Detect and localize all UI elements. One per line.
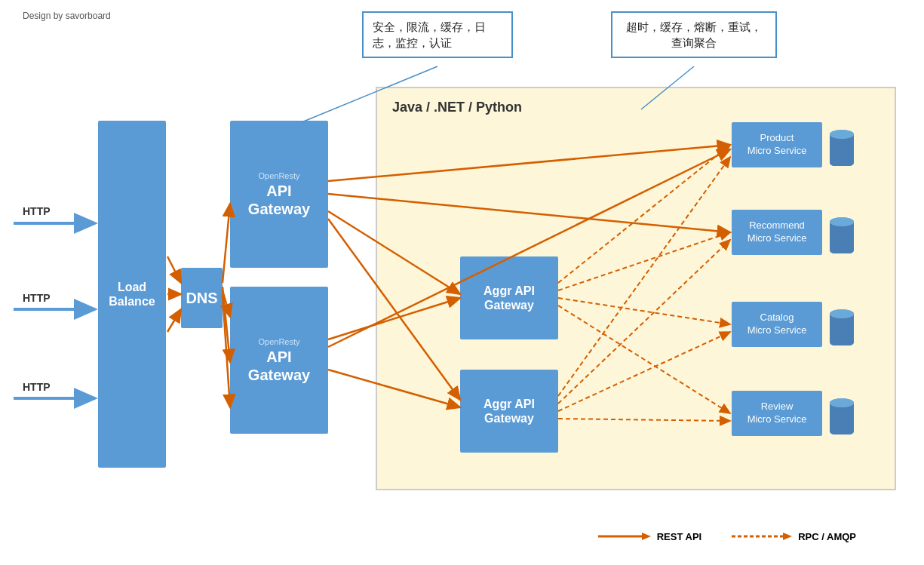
svg-line-27 [223, 204, 230, 283]
db-review [828, 395, 855, 434]
api-gateway-2: OpenResty APIGateway [230, 287, 328, 434]
legend: REST API RPC / AMQP [598, 529, 856, 544]
svg-marker-19 [783, 533, 792, 540]
load-balance-label: LoadBalance [109, 280, 155, 309]
dns-box: DNS [181, 268, 223, 328]
design-credit: Design by savorboard [23, 11, 111, 21]
api-gw2-main: APIGateway [248, 348, 310, 384]
http-label-2: HTTP [23, 292, 51, 304]
aggr-gw1-label: Aggr APIGateway [483, 284, 535, 312]
api-gw2-sub: OpenResty [258, 337, 299, 346]
svg-point-3 [830, 130, 854, 139]
dns-label: DNS [186, 289, 217, 307]
db-catalog [828, 306, 855, 345]
svg-line-33 [167, 309, 181, 332]
svg-point-15 [830, 398, 854, 407]
svg-line-30 [223, 287, 230, 362]
svg-line-31 [167, 256, 181, 283]
api-gw1-main: APIGateway [248, 182, 310, 218]
platform-label: Java / .NET / Python [392, 100, 522, 115]
rpc-arrow-icon [732, 529, 792, 544]
product-micro-service: ProductMicro Service [732, 122, 822, 167]
review-micro-service: ReviewMicro Service [732, 391, 822, 436]
catalog-micro-service: CatalogMicro Service [732, 302, 822, 347]
recommend-micro-service: RecommendMicro Service [732, 210, 822, 255]
svg-line-29 [223, 294, 230, 407]
db-product [828, 127, 855, 166]
aggr-gateway-2: Aggr APIGateway [460, 370, 558, 453]
load-balance-box: LoadBalance [98, 121, 166, 468]
svg-point-11 [830, 309, 854, 318]
svg-point-7 [830, 217, 854, 226]
legend-rpc: RPC / AMQP [732, 529, 856, 544]
aggr-gw2-label: Aggr APIGateway [483, 397, 535, 425]
http-label-3: HTTP [23, 381, 51, 393]
legend-rest: REST API [598, 529, 701, 544]
aggr-gateway-1: Aggr APIGateway [460, 256, 558, 339]
rest-arrow-icon [598, 529, 651, 544]
db-recommend [828, 214, 855, 253]
http-label-1: HTTP [23, 205, 51, 217]
rest-label: REST API [657, 531, 701, 542]
api-gateway-1: OpenResty APIGateway [230, 121, 328, 268]
tooltip-timeout: 超时，缓存，熔断，重试，查询聚合 [611, 11, 777, 58]
svg-line-28 [223, 290, 230, 317]
svg-marker-17 [642, 533, 651, 540]
tooltip-security: 安全，限流，缓存，日志，监控，认证 [362, 11, 513, 58]
api-gw1-sub: OpenResty [258, 171, 299, 180]
rpc-label: RPC / AMQP [798, 531, 856, 542]
